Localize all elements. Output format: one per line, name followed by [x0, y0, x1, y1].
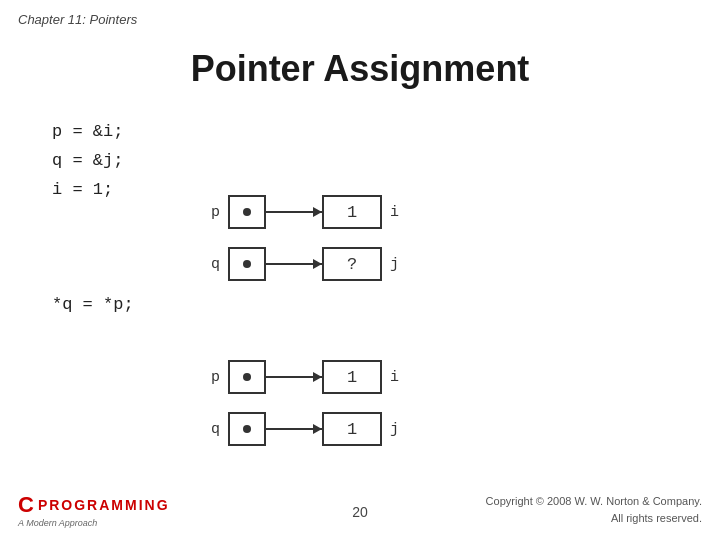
footer-copyright: Copyright © 2008 W. W. Norton & Company.…	[486, 493, 702, 526]
diagram-before-q: q ? j	[200, 247, 410, 281]
code-after-text: *q = *p;	[52, 295, 134, 314]
val-box-q-before: ?	[322, 247, 382, 281]
code-line-3: i = 1;	[52, 176, 123, 205]
arrow-q-before	[266, 263, 322, 265]
val-box-q-after: 1	[322, 412, 382, 446]
diag-i-label-after: i	[390, 369, 410, 386]
footer-copyright-line1: Copyright © 2008 W. W. Norton & Company.	[486, 493, 702, 510]
ptr-box-p-after	[228, 360, 266, 394]
diag-i-label-before: i	[390, 204, 410, 221]
arrow-p-after	[266, 376, 322, 378]
arrow-p-before	[266, 211, 322, 213]
ptr-dot-q-before	[243, 260, 251, 268]
diag-j-label-after: j	[390, 421, 410, 438]
footer-copyright-line2: All rights reserved.	[486, 510, 702, 527]
logo-c-letter: C	[18, 492, 34, 518]
ptr-dot-p-after	[243, 373, 251, 381]
diagram-after-p: p 1 i	[200, 360, 410, 394]
code-before: p = &i; q = &j; i = 1;	[52, 118, 123, 205]
code-after: *q = *p;	[52, 295, 134, 314]
val-box-p-after: 1	[322, 360, 382, 394]
diag-q-label-after: q	[200, 421, 220, 438]
chapter-label: Chapter 11: Pointers	[18, 12, 137, 27]
diag-p-label-before: p	[200, 204, 220, 221]
main-title: Pointer Assignment	[0, 48, 720, 90]
diag-q-label-before: q	[200, 256, 220, 273]
val-box-p-before: 1	[322, 195, 382, 229]
diag-j-label-before: j	[390, 256, 410, 273]
code-line-1: p = &i;	[52, 118, 123, 147]
ptr-box-q-before	[228, 247, 266, 281]
ptr-box-p-before	[228, 195, 266, 229]
diag-p-label-after: p	[200, 369, 220, 386]
logo-programming-text: PROGRAMMING	[38, 497, 170, 513]
logo-subtitle: A Modern Approach	[18, 518, 170, 528]
diagram-before-p: p 1 i	[200, 195, 410, 229]
ptr-dot-q-after	[243, 425, 251, 433]
code-line-2: q = &j;	[52, 147, 123, 176]
arrow-q-after	[266, 428, 322, 430]
ptr-box-q-after	[228, 412, 266, 446]
footer-page-number: 20	[352, 504, 368, 520]
diagram-after-q: q 1 j	[200, 412, 410, 446]
ptr-dot-p-before	[243, 208, 251, 216]
footer-logo: C PROGRAMMING A Modern Approach	[18, 492, 170, 528]
